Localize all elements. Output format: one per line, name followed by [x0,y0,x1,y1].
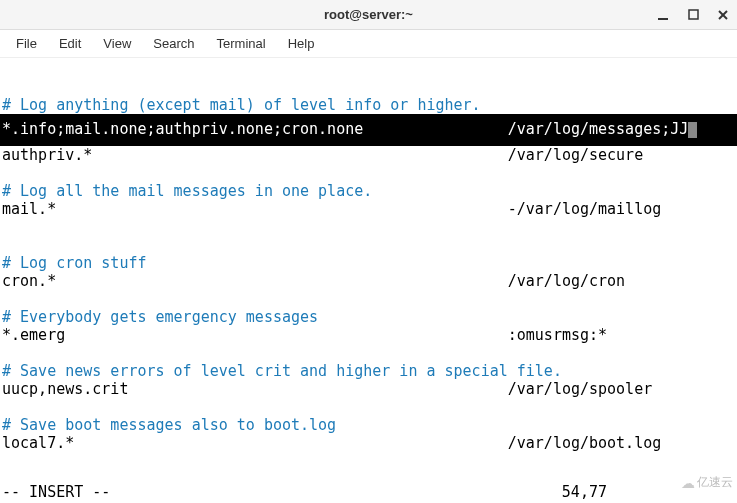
window-controls [655,0,731,29]
menu-terminal[interactable]: Terminal [207,32,276,55]
comment-line: # Log cron stuff [2,254,147,272]
maximize-button[interactable] [685,7,701,23]
comment-line: # Everybody gets emergency messages [2,308,318,326]
comment-line: # Save boot messages also to boot.log [2,416,336,434]
window-titlebar: root@server:~ [0,0,737,30]
close-button[interactable] [715,7,731,23]
menubar: File Edit View Search Terminal Help [0,30,737,58]
config-line: uucp,news.crit /var/log/spooler [2,380,652,398]
highlighted-line: *.info;mail.none;authpriv.none;cron.none… [2,120,688,138]
menu-help[interactable]: Help [278,32,325,55]
comment-line: # Save news errors of level crit and hig… [2,362,562,380]
minimize-button[interactable] [655,7,671,23]
menu-file[interactable]: File [6,32,47,55]
comment-line: # Log anything (except mail) of level in… [2,96,481,114]
highlighted-block: *.info;mail.none;authpriv.none;cron.none… [0,114,737,146]
config-line: local7.* /var/log/boot.log [2,434,661,452]
terminal-content[interactable]: # Log anything (except mail) of level in… [0,58,737,454]
vim-mode: -- INSERT -- [2,483,110,501]
text-cursor [688,122,697,138]
cloud-icon: ☁ [681,475,695,491]
menu-search[interactable]: Search [143,32,204,55]
menu-edit[interactable]: Edit [49,32,91,55]
config-line: mail.* -/var/log/maillog [2,200,661,218]
config-line: authpriv.* /var/log/secure [2,146,643,164]
svg-rect-1 [689,10,698,19]
vim-status-line: -- INSERT -- 54,77 [2,483,737,501]
comment-line: # Log all the mail messages in one place… [2,182,372,200]
menu-view[interactable]: View [93,32,141,55]
config-line: *.emerg :omusrmsg:* [2,326,607,344]
watermark: ☁ 亿速云 [681,474,733,491]
editor-line [2,78,11,96]
window-title: root@server:~ [324,7,413,22]
config-line: cron.* /var/log/cron [2,272,625,290]
watermark-text: 亿速云 [697,474,733,491]
vim-cursor-position: 54,77 [562,483,607,501]
